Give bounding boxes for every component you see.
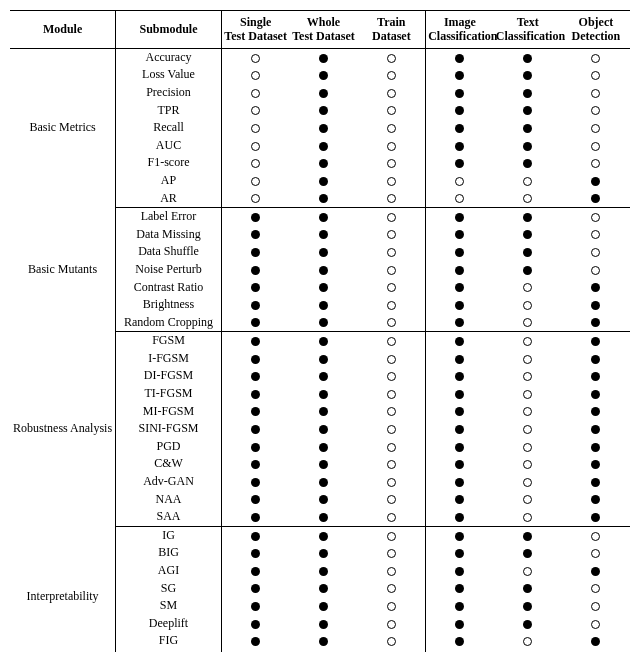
value-cell: [562, 208, 630, 226]
open-dot-icon: [387, 425, 396, 434]
value-cell: [221, 491, 289, 509]
filled-dot-icon: [455, 124, 464, 133]
filled-dot-icon: [455, 443, 464, 452]
open-dot-icon: [455, 194, 464, 203]
value-cell: [289, 66, 357, 84]
value-cell: [494, 562, 562, 580]
value-cell: [221, 226, 289, 244]
filled-dot-icon: [591, 390, 600, 399]
value-cell: [289, 526, 357, 544]
open-dot-icon: [387, 283, 396, 292]
open-dot-icon: [387, 142, 396, 151]
open-dot-icon: [523, 495, 532, 504]
module-cell: Robustness Analysis: [10, 332, 116, 527]
value-cell: [289, 597, 357, 615]
open-dot-icon: [523, 637, 532, 646]
filled-dot-icon: [251, 337, 260, 346]
filled-dot-icon: [319, 266, 328, 275]
value-cell: [562, 243, 630, 261]
value-cell: [221, 84, 289, 102]
open-dot-icon: [387, 106, 396, 115]
value-cell: [426, 597, 494, 615]
value-cell: [562, 279, 630, 297]
value-cell: [426, 261, 494, 279]
filled-dot-icon: [251, 460, 260, 469]
value-cell: [494, 473, 562, 491]
value-cell: [289, 154, 357, 172]
value-cell: [562, 455, 630, 473]
submodule-cell: SAA: [116, 508, 222, 526]
open-dot-icon: [387, 177, 396, 186]
filled-dot-icon: [319, 584, 328, 593]
value-cell: [562, 314, 630, 332]
open-dot-icon: [523, 283, 532, 292]
filled-dot-icon: [251, 513, 260, 522]
value-cell: [221, 350, 289, 368]
value-cell: [494, 367, 562, 385]
open-dot-icon: [387, 248, 396, 257]
filled-dot-icon: [591, 283, 600, 292]
value-cell: [289, 350, 357, 368]
filled-dot-icon: [319, 372, 328, 381]
filled-dot-icon: [523, 584, 532, 593]
submodule-cell: AGI: [116, 562, 222, 580]
value-cell: [562, 154, 630, 172]
filled-dot-icon: [319, 460, 328, 469]
module-cell: Basic Mutants: [10, 208, 116, 332]
open-dot-icon: [523, 301, 532, 310]
value-cell: [358, 154, 426, 172]
value-cell: [494, 102, 562, 120]
value-cell: [289, 102, 357, 120]
value-cell: [494, 597, 562, 615]
open-dot-icon: [591, 213, 600, 222]
value-cell: [426, 137, 494, 155]
value-cell: [221, 438, 289, 456]
open-dot-icon: [387, 443, 396, 452]
col-header-whole-test: Whole Test Dataset: [289, 11, 357, 49]
filled-dot-icon: [251, 390, 260, 399]
filled-dot-icon: [455, 248, 464, 257]
filled-dot-icon: [251, 283, 260, 292]
filled-dot-icon: [319, 283, 328, 292]
filled-dot-icon: [319, 248, 328, 257]
value-cell: [289, 632, 357, 650]
value-cell: [426, 508, 494, 526]
value-cell: [426, 243, 494, 261]
submodule-cell: NAA: [116, 491, 222, 509]
open-dot-icon: [523, 372, 532, 381]
value-cell: [494, 615, 562, 633]
value-cell: [289, 544, 357, 562]
submodule-cell: AP: [116, 172, 222, 190]
submodule-cell: Noise Perturb: [116, 261, 222, 279]
open-dot-icon: [251, 142, 260, 151]
value-cell: [289, 420, 357, 438]
open-dot-icon: [591, 248, 600, 257]
filled-dot-icon: [455, 301, 464, 310]
filled-dot-icon: [455, 372, 464, 381]
value-cell: [289, 279, 357, 297]
open-dot-icon: [387, 355, 396, 364]
value-cell: [426, 296, 494, 314]
filled-dot-icon: [455, 549, 464, 558]
filled-dot-icon: [251, 372, 260, 381]
submodule-cell: FGSM: [116, 332, 222, 350]
filled-dot-icon: [455, 567, 464, 576]
filled-dot-icon: [251, 355, 260, 364]
filled-dot-icon: [319, 142, 328, 151]
value-cell: [562, 48, 630, 66]
value-cell: [494, 208, 562, 226]
filled-dot-icon: [319, 567, 328, 576]
value-cell: [221, 632, 289, 650]
value-cell: [289, 226, 357, 244]
value-cell: [289, 438, 357, 456]
value-cell: [289, 190, 357, 208]
open-dot-icon: [591, 89, 600, 98]
filled-dot-icon: [251, 637, 260, 646]
filled-dot-icon: [251, 549, 260, 558]
col-header-object-det: Object Detection: [562, 11, 630, 49]
value-cell: [358, 243, 426, 261]
value-cell: [221, 473, 289, 491]
filled-dot-icon: [591, 460, 600, 469]
open-dot-icon: [251, 177, 260, 186]
value-cell: [426, 403, 494, 421]
